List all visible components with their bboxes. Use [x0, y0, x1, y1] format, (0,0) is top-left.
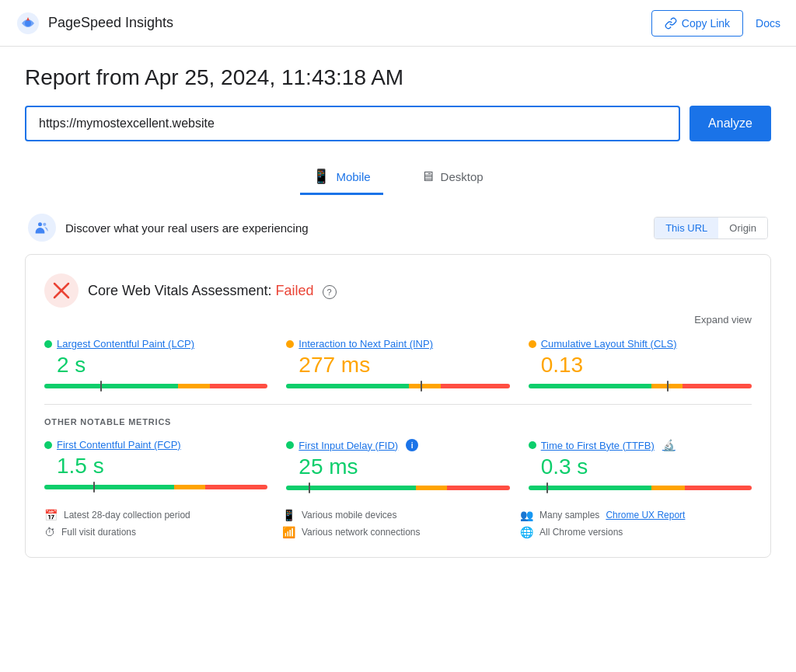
other-metrics-grid: First Contentful Paint (FCP) 1.5 s First [44, 439, 752, 493]
lcp-bar [44, 384, 267, 388]
header-right: Copy Link Docs [651, 10, 780, 37]
cwv-status: Failed [275, 283, 313, 298]
lcp-dot [44, 340, 52, 348]
metric-fid-label[interactable]: First Input Delay (FID) i [286, 439, 509, 451]
timer-icon: ⏱ [44, 526, 55, 538]
app-title: PageSpeed Insights [48, 15, 173, 31]
chrome-ux-report-link[interactable]: Chrome UX Report [606, 510, 685, 521]
fid-bar [286, 486, 509, 490]
users-icon [34, 220, 50, 235]
svg-point-2 [38, 222, 42, 226]
link-icon [665, 17, 677, 30]
globe-icon: 🌐 [520, 526, 533, 538]
users-section: Discover what your real users are experi… [25, 214, 771, 242]
inp-bar [286, 384, 509, 388]
footer-col-2: 📱 Various mobile devices 📶 Various netwo… [282, 509, 514, 538]
url-input[interactable] [25, 106, 680, 141]
header-left: PageSpeed Insights [16, 11, 173, 36]
metric-inp: Interaction to Next Paint (INP) 277 ms [286, 338, 509, 392]
mobile-devices-icon: 📱 [282, 509, 295, 521]
fcp-dot [44, 441, 52, 449]
this-url-button[interactable]: This URL [655, 218, 718, 239]
metric-lcp-value: 2 s [57, 353, 267, 378]
report-title: Report from Apr 25, 2024, 11:43:18 AM [25, 65, 771, 90]
main-content: Report from Apr 25, 2024, 11:43:18 AM An… [0, 47, 796, 589]
metric-lcp: Largest Contentful Paint (LCP) 2 s [44, 338, 267, 392]
section-divider [44, 404, 752, 405]
metric-cls: Cumulative Layout Shift (CLS) 0.13 [529, 338, 752, 392]
footer-many-samples: 👥 Many samples Chrome UX Report [520, 509, 752, 521]
cwv-card: Core Web Vitals Assessment: Failed ? Exp… [25, 254, 771, 558]
people-icon: 👥 [520, 509, 533, 521]
metric-fid-value: 25 ms [298, 454, 509, 479]
beaker-icon: 🔬 [662, 439, 676, 451]
origin-button[interactable]: Origin [718, 218, 767, 239]
metric-fid: First Input Delay (FID) i 25 ms [286, 439, 509, 493]
tab-desktop[interactable]: 🖥 Desktop [408, 160, 496, 195]
metric-cls-label[interactable]: Cumulative Layout Shift (CLS) [529, 338, 752, 350]
footer-col-1: 📅 Latest 28-day collection period ⏱ Full… [44, 509, 276, 538]
users-left: Discover what your real users are experi… [28, 214, 309, 242]
metric-lcp-label[interactable]: Largest Contentful Paint (LCP) [44, 338, 267, 350]
analyze-button[interactable]: Analyze [690, 106, 771, 141]
ttfb-dot [529, 441, 536, 449]
cwv-metrics-grid: Largest Contentful Paint (LCP) 2 s Inter… [44, 338, 752, 392]
footer-28day: 📅 Latest 28-day collection period [44, 509, 276, 521]
metric-inp-label[interactable]: Interaction to Next Paint (INP) [286, 338, 509, 350]
mobile-icon: 📱 [312, 168, 330, 185]
calendar-icon: 📅 [44, 509, 58, 521]
svg-point-1 [25, 20, 31, 26]
inp-dot [286, 340, 294, 348]
cwv-title: Core Web Vitals Assessment: Failed ? [88, 283, 337, 299]
header: PageSpeed Insights Copy Link Docs [0, 0, 796, 47]
network-icon: 📶 [282, 526, 295, 538]
desktop-icon: 🖥 [421, 169, 435, 185]
fcp-bar [44, 485, 267, 489]
users-text: Discover what your real users are experi… [65, 221, 309, 235]
metric-cls-value: 0.13 [541, 353, 752, 378]
url-origin-toggle: This URL Origin [654, 217, 768, 239]
docs-link[interactable]: Docs [756, 17, 780, 30]
metric-fcp-value: 1.5 s [57, 454, 267, 479]
tab-mobile-label: Mobile [336, 170, 370, 183]
footer-info: 📅 Latest 28-day collection period ⏱ Full… [44, 509, 752, 538]
fid-dot [286, 441, 294, 449]
copy-link-button[interactable]: Copy Link [651, 10, 743, 37]
url-row: Analyze [25, 106, 771, 141]
fid-info-icon[interactable]: i [406, 439, 418, 451]
pagespeed-logo-icon [16, 11, 40, 36]
cwv-header: Core Web Vitals Assessment: Failed ? [44, 273, 752, 308]
metric-fcp: First Contentful Paint (FCP) 1.5 s [44, 439, 267, 493]
cwv-icon [44, 273, 79, 308]
other-metrics-label: OTHER NOTABLE METRICS [44, 417, 752, 427]
cwv-info-icon[interactable]: ? [323, 285, 337, 299]
footer-full-visit: ⏱ Full visit durations [44, 526, 276, 538]
tab-desktop-label: Desktop [441, 170, 484, 183]
users-icon-circle [28, 214, 56, 242]
tab-mobile[interactable]: 📱 Mobile [300, 160, 382, 195]
footer-mobile-devices: 📱 Various mobile devices [282, 509, 514, 521]
footer-chrome-versions: 🌐 All Chrome versions [520, 526, 752, 538]
metric-ttfb-label[interactable]: Time to First Byte (TTFB) 🔬 [529, 439, 752, 451]
cls-bar [529, 384, 752, 388]
footer-network: 📶 Various network connections [282, 526, 514, 538]
metric-inp-value: 277 ms [298, 353, 509, 378]
footer-col-3: 👥 Many samples Chrome UX Report 🌐 All Ch… [520, 509, 752, 538]
metric-ttfb: Time to First Byte (TTFB) 🔬 0.3 s [529, 439, 752, 493]
svg-point-3 [43, 223, 46, 226]
cwv-fail-icon [52, 281, 71, 300]
metric-fcp-label[interactable]: First Contentful Paint (FCP) [44, 439, 267, 451]
metric-ttfb-value: 0.3 s [541, 454, 752, 479]
copy-link-label: Copy Link [682, 17, 730, 30]
tabs-container: 📱 Mobile 🖥 Desktop [25, 160, 771, 195]
cls-dot [529, 340, 536, 348]
ttfb-bar [529, 486, 752, 490]
expand-view[interactable]: Expand view [44, 314, 752, 326]
